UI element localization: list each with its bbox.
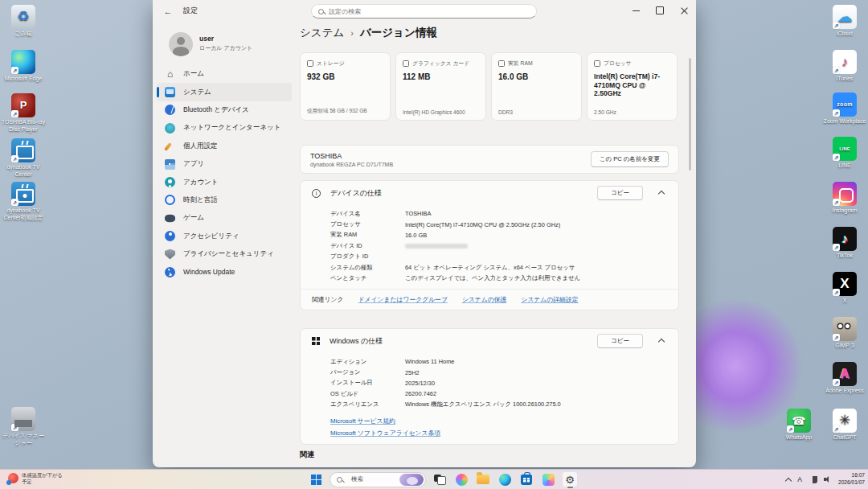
windows-specs-header[interactable]: Windows の仕様 コピー [301, 329, 678, 353]
desktop-icon-line[interactable]: LINE [821, 137, 868, 170]
task-view-button[interactable] [432, 471, 448, 487]
desktop-icon-label: ごみ箱 [0, 31, 47, 38]
breadcrumb-system[interactable]: システム [300, 26, 344, 40]
processor-value: Intel(R) Core(TM) i7-4710MQ CPU @ 2.50GH… [594, 72, 670, 98]
system-icon [165, 87, 175, 97]
clock-icon [165, 195, 175, 205]
rename-pc-button[interactable]: この PC の名前を変更 [591, 151, 669, 167]
chevron-up-icon[interactable] [658, 191, 665, 197]
tray-date: 2026/01/07 [838, 479, 865, 485]
cpu-icon [594, 60, 600, 67]
photos-button[interactable] [540, 471, 556, 487]
maximize-button[interactable] [648, 0, 672, 21]
windows-specs-title: Windows の仕様 [330, 336, 383, 347]
sidebar-item-apps[interactable]: アプリ [157, 155, 292, 173]
apps-grid-icon [165, 159, 175, 170]
device-specs-rows: デバイス名TOSHIBA プロセッサIntel(R) Core(TM) i7-4… [301, 205, 678, 289]
start-button[interactable] [308, 471, 324, 487]
desktop-icon-label: WhatsApp [776, 434, 822, 442]
link-advanced-system-settings[interactable]: システムの詳細設定 [521, 295, 578, 304]
desktop-icon-instagram[interactable]: Instagram [821, 182, 868, 215]
edge-button[interactable] [497, 471, 513, 487]
desktop-icon-toshiba-bluray[interactable]: TOSHIBA Blu-ray Disc Player [0, 93, 47, 134]
clock[interactable]: 16:07 2026/01/07 [838, 472, 865, 486]
sidebar-item-privacy-security[interactable]: プライバシーとセキュリティ [157, 245, 292, 263]
minimize-button[interactable] [624, 0, 648, 21]
tray-overflow-chevron-icon[interactable] [785, 477, 792, 483]
desktop-icon-itunes[interactable]: iTunes [821, 50, 868, 83]
desktop-icon-device-manager[interactable]: デバイス マネージャー [0, 407, 47, 447]
link-ms-software-license[interactable]: Microsoft ソフトウェアライセンス条項 [330, 429, 678, 438]
link-system-protection[interactable]: システムの保護 [462, 295, 507, 304]
link-domain-workgroup[interactable]: ドメインまたはワークグループ [358, 295, 448, 304]
desktop-icon-label: TOSHIBA Blu-ray Disc Player [0, 119, 47, 134]
microsoft-links: Microsoft サービス規約 Microsoft ソフトウェアライセンス条項 [301, 415, 678, 444]
back-button[interactable] [159, 3, 177, 19]
edge-icon [499, 474, 511, 486]
device-specs-header[interactable]: デバイスの仕様 コピー [301, 181, 678, 205]
desktop-icon-label: dynabook TV Center初期設定 [0, 208, 47, 222]
sidebar-item-gaming[interactable]: ゲーム [157, 209, 292, 227]
edge-icon [11, 50, 35, 74]
sidebar-item-accessibility[interactable]: アクセシビリティ [157, 228, 292, 245]
desktop-icon-label: Zoom Workplace [821, 118, 868, 125]
zoom-icon [833, 92, 857, 117]
desktop-icon-dynabook-tv-center[interactable]: dynabook TV Center [0, 138, 47, 179]
ime-indicator[interactable]: A [797, 475, 802, 483]
desktop-icon-zoom[interactable]: Zoom Workplace [821, 92, 868, 125]
sidebar-item-network-internet[interactable]: ネットワークとインターネット [157, 119, 292, 137]
device-specs-copy-button[interactable]: コピー [597, 186, 643, 200]
desktop-icon-adobe-express[interactable]: Adobe Express [821, 362, 868, 395]
spec-row: ペンとタッチこのディスプレイでは、ペン入力とタッチ入力は利用できません [330, 273, 678, 283]
shortcut-arrow-icon [833, 109, 840, 117]
weather-widget[interactable]: 体感温度が下がる 予定 [5, 471, 66, 486]
copilot-button[interactable] [453, 471, 469, 487]
desktop-icon-x[interactable]: X [821, 272, 868, 305]
spec-row-device-id: デバイス ID [330, 240, 678, 251]
close-button[interactable] [672, 0, 696, 21]
sidebar-item-bluetooth-devices[interactable]: Bluetooth とデバイス [157, 101, 292, 119]
desktop-icon-label: iCloud [821, 31, 868, 38]
sidebar-item-home[interactable]: ホーム [157, 65, 292, 83]
desktop-icon-icloud[interactable]: iCloud [821, 5, 868, 38]
home-icon [165, 69, 175, 80]
taskbar-search[interactable]: 検索 [330, 472, 426, 487]
user-name: user [199, 35, 214, 43]
redacted-device-id [405, 244, 468, 249]
related-links-row: 関連リンク ドメインまたはワークグループ システムの保護 システムの詳細設定 [301, 289, 678, 310]
sidebar-item-time-language[interactable]: 時刻と言語 [157, 191, 292, 209]
search-icon [318, 9, 324, 14]
settings-taskbar-button[interactable] [562, 471, 578, 487]
scrollbar[interactable] [689, 58, 691, 171]
whatsapp-icon [787, 409, 811, 433]
desktop-icon-tiktok[interactable]: TikTok [821, 227, 868, 260]
device-name: TOSHIBA [310, 152, 393, 160]
shortcut-arrow-icon [833, 289, 840, 296]
chevron-up-icon[interactable] [658, 339, 665, 345]
microsoft-store-button[interactable] [518, 471, 534, 487]
breadcrumb-separator: › [350, 28, 354, 38]
sidebar-item-system[interactable]: システム [157, 83, 292, 101]
desktop-icon-label: TikTok [821, 253, 868, 260]
settings-search-box[interactable] [311, 4, 537, 18]
desktop-icon-chatgpt[interactable]: ChatGPT [821, 409, 868, 442]
file-explorer-button[interactable] [475, 471, 491, 487]
settings-search-input[interactable] [329, 8, 530, 15]
ram-sub: DDR3 [498, 109, 513, 115]
sidebar-item-windows-update[interactable]: Windows Update [157, 263, 292, 281]
card-storage: ストレージ 932 GB 使用領域 58 GB / 932 GB [300, 52, 391, 121]
network-icon[interactable] [809, 476, 817, 483]
desktop-icon-dynabook-tv-setup[interactable]: dynabook TV Center初期設定 [0, 182, 47, 222]
avatar[interactable] [169, 32, 193, 56]
desktop-icon-recycle-bin[interactable]: ごみ箱 [0, 5, 47, 38]
windows-specs-copy-button[interactable]: コピー [597, 334, 643, 348]
recycle-bin-icon [11, 5, 35, 29]
desktop-icon-gimp[interactable]: GIMP 3 [821, 317, 868, 350]
task-view-icon [434, 475, 446, 485]
volume-icon[interactable] [824, 476, 832, 483]
tv-setup-icon [11, 182, 35, 206]
desktop-icon-edge[interactable]: Microsoft Edge [0, 50, 47, 83]
sidebar-item-personalization[interactable]: 個人用設定 [157, 138, 292, 155]
link-ms-services-agreement[interactable]: Microsoft サービス規約 [330, 417, 678, 425]
sidebar-item-accounts[interactable]: アカウント [157, 173, 292, 191]
